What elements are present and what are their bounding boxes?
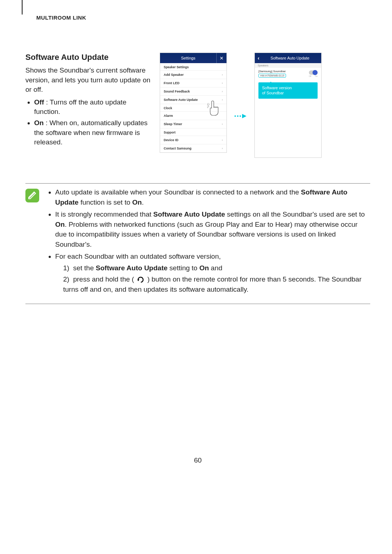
chevron-right-icon: › <box>222 147 223 150</box>
chevron-right-icon: › <box>222 138 223 142</box>
menu-front-led[interactable]: Front LED› <box>160 79 226 87</box>
settings-title: Settings <box>163 56 213 60</box>
arrow-right-icon <box>234 113 247 119</box>
step-2: 2) press and hold the ( ) button on the … <box>63 274 370 294</box>
section-clock: Clock <box>160 104 226 112</box>
toggle-on-label: On <box>315 75 318 77</box>
svg-point-0 <box>234 115 236 117</box>
chapter-header: MULTIROOM LINK <box>36 15 370 24</box>
section-support: Support <box>160 128 226 136</box>
auto-update-toggle[interactable] <box>309 70 318 75</box>
repeat-icon <box>137 276 145 283</box>
menu-device-id[interactable]: Device ID› <box>160 136 226 144</box>
page-number: 60 <box>25 456 370 464</box>
chevron-right-icon: › <box>222 98 223 102</box>
chevron-right-icon: › <box>222 81 223 85</box>
toggle-off-label: Off <box>309 75 311 77</box>
auto-update-title: Software Auto Update <box>262 56 318 60</box>
intro-text: Shows the Soundbar's current software ve… <box>25 66 152 95</box>
settings-header: Settings ✕ <box>160 53 226 63</box>
svg-point-2 <box>240 115 241 117</box>
bullet-off: Off : Turns off the auto update function… <box>34 98 152 117</box>
speakers-label: Speakers <box>255 63 321 68</box>
close-icon[interactable]: ✕ <box>216 53 224 63</box>
note-3: For each Soundbar with an outdated softw… <box>55 251 370 294</box>
section-title: Software Auto Update <box>25 53 152 62</box>
version-callout: Software version of Soundbar <box>258 82 318 99</box>
auto-update-header: ‹ Software Auto Update <box>255 53 321 63</box>
menu-contact-samsung[interactable]: Contact Samsung› <box>160 144 226 152</box>
speaker-version: HW-H750WWB-0115 <box>258 74 286 78</box>
note-2: It is strongly recommended that Software… <box>55 209 370 249</box>
note-block: Auto update is available when your Sound… <box>25 183 370 304</box>
svg-point-1 <box>237 115 238 117</box>
menu-software-auto-update[interactable]: Software Auto Update› <box>160 96 226 104</box>
auto-update-screen: ‹ Software Auto Update Speakers [Samsung… <box>254 53 322 158</box>
section-speaker-settings: Speaker Settings <box>160 63 226 71</box>
note-icon <box>25 189 40 296</box>
chevron-right-icon: › <box>222 90 223 93</box>
back-icon[interactable]: ‹ <box>258 55 262 61</box>
svg-marker-3 <box>242 114 246 118</box>
speaker-name: [Samsung] Soundbar <box>258 70 286 73</box>
menu-alarm[interactable]: Alarm <box>160 112 226 120</box>
chevron-right-icon: › <box>222 122 223 126</box>
menu-sleep-timer[interactable]: Sleep Timer› <box>160 120 226 128</box>
speaker-row: [Samsung] Soundbar HW-H750WWB-0115 OffOn <box>255 68 321 79</box>
chevron-right-icon: › <box>222 73 223 77</box>
menu-add-speaker[interactable]: Add Speaker› <box>160 71 226 79</box>
bullet-on: On : When on, automatically updates the … <box>34 118 152 147</box>
note-1: Auto update is available when your Sound… <box>55 187 370 207</box>
step-1: 1) set the Software Auto Update setting … <box>63 263 370 273</box>
settings-screen: Settings ✕ Speaker Settings Add Speaker›… <box>160 53 227 153</box>
menu-sound-feedback[interactable]: Sound Feedback› <box>160 87 226 96</box>
